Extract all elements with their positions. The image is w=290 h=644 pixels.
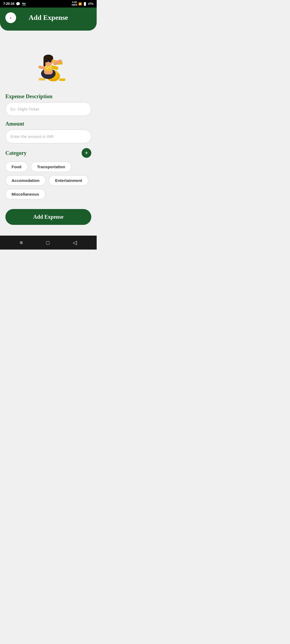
svg-point-14 [45,66,46,67]
amount-input[interactable] [5,130,91,143]
category-pill-entertainment[interactable]: Entertainment [49,175,88,186]
header: ‹ Add Expense [0,8,97,31]
amount-label: Amount [5,121,91,127]
status-bar: 7:20:34 💬 📷 0.00KB/S 📶 ▐▌ 47% [0,0,97,8]
menu-nav-icon[interactable]: ≡ [20,240,23,246]
description-label: Expense Description [5,93,91,100]
signal-icon: ▐▌ [83,2,87,5]
back-icon: ‹ [10,15,12,21]
svg-point-15 [48,67,49,68]
svg-point-16 [50,66,51,67]
expense-illustration: $ [24,39,73,87]
battery-display: 47% [88,2,93,5]
illustration-container: $ [5,33,91,90]
status-left: 7:20:34 💬 📷 [3,2,26,6]
back-button[interactable]: ‹ [5,12,16,23]
category-pill-food[interactable]: Food [5,162,28,172]
bottom-navigation: ≡ □ ◁ [0,236,97,250]
main-content: $ [0,31,97,236]
svg-point-17 [47,68,48,69]
svg-rect-9 [39,78,45,80]
category-transportation-label: Transportation [37,164,65,169]
amount-section: Amount [5,121,91,144]
home-nav-icon[interactable]: □ [46,240,49,246]
category-entertainment-label: Entertainment [55,178,82,183]
category-accommodation-label: Accomodation [12,178,39,183]
description-input[interactable] [5,102,91,116]
add-category-button[interactable]: + [82,148,91,158]
category-pill-accommodation[interactable]: Accomodation [5,175,46,186]
category-pill-miscellaneous[interactable]: Miscellaneous [5,189,45,199]
page-title: Add Expense [29,14,68,22]
category-pill-transportation[interactable]: Transportation [31,162,71,172]
category-pills-container: Food Transportation Accomodation Enterta… [5,162,91,199]
back-nav-icon[interactable]: ◁ [73,239,77,246]
network-speed: 0.00KB/S [72,1,78,6]
plus-icon: + [85,150,88,156]
category-section: Category + Food Transportation Accomodat… [5,148,91,199]
svg-rect-25 [49,60,52,62]
category-miscellaneous-label: Miscellaneous [12,192,39,196]
svg-rect-23 [44,58,45,67]
add-expense-label: Add Expense [33,214,64,220]
svg-rect-10 [59,79,66,81]
category-food-label: Food [12,164,21,169]
description-section: Expense Description [5,93,91,117]
svg-point-18 [50,68,51,69]
status-right: 0.00KB/S 📶 ▐▌ 47% [72,1,93,6]
svg-rect-24 [45,60,48,62]
category-label: Category [5,150,27,156]
wifi-icon: 📶 [78,2,82,5]
instagram-icon: 📷 [22,2,26,6]
add-expense-button[interactable]: Add Expense [5,209,91,225]
whatsapp-icon: 💬 [16,2,20,6]
category-header: Category + [5,148,91,158]
time-display: 7:20:34 [3,2,14,6]
